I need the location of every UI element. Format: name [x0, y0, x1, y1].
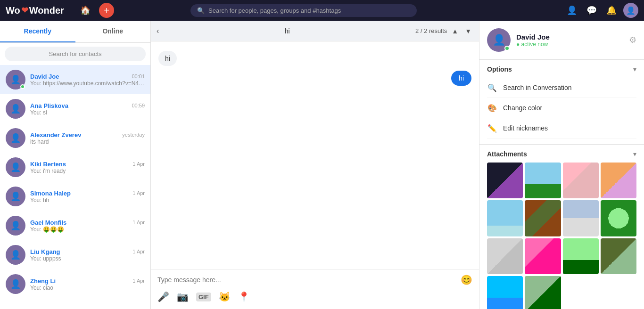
- contact-info: Simona Halep 1 Apr You: hh: [30, 190, 145, 203]
- gif-button[interactable]: GIF: [196, 293, 211, 301]
- attachments-title: Attachments: [487, 150, 527, 158]
- message-right: hi: [451, 71, 471, 86]
- emoji-button[interactable]: 😊: [461, 274, 472, 285]
- contact-name-row: David Joe 00:01: [30, 73, 145, 80]
- attachment-thumb-11[interactable]: [563, 238, 599, 274]
- attachment-thumb-3[interactable]: [563, 163, 599, 198]
- attachment-thumb-12[interactable]: [601, 238, 636, 274]
- right-panel-avatar: 👤: [487, 28, 511, 52]
- contact-preview: You: upppss: [30, 255, 145, 262]
- notifications-icon[interactable]: 🔔: [603, 2, 619, 18]
- contact-avatar: 👤: [6, 245, 25, 265]
- user-avatar-nav[interactable]: 👤: [623, 3, 638, 18]
- options-header: Options ▾: [487, 65, 636, 73]
- online-indicator: [504, 46, 510, 51]
- people-icon[interactable]: 👤: [564, 2, 580, 18]
- contact-avatar: 👤: [6, 216, 25, 236]
- sticker-icon[interactable]: 🐱: [219, 291, 231, 302]
- nav-right-icons: 👤 💬 🔔 👤: [564, 2, 638, 18]
- attachment-thumb-14[interactable]: [525, 276, 561, 309]
- edit-nicknames-icon: ✏️: [487, 123, 497, 133]
- option-change-color-label: Change color: [503, 104, 542, 112]
- attachment-thumb-6[interactable]: [525, 200, 561, 236]
- tab-recently[interactable]: Recently: [0, 21, 75, 42]
- attachments-grid: [487, 163, 636, 309]
- attachment-thumb-13[interactable]: [487, 276, 523, 309]
- contact-name-row: Ana Pliskova 00:59: [30, 102, 145, 109]
- options-title: Options: [487, 65, 512, 73]
- contact-item[interactable]: 👤 Zheng Li 1 Apr You: ciao: [0, 269, 150, 299]
- close-search-button[interactable]: ‹: [157, 27, 159, 35]
- contact-list: 👤 David Joe 00:01 You: https://www.youtu…: [0, 65, 150, 309]
- chat-messages: hi hi: [151, 41, 479, 269]
- top-navigation: Wo❤Wonder 🏠 + 🔍 Search for people, pages…: [0, 0, 644, 21]
- attachment-thumb-2[interactable]: [525, 163, 561, 198]
- attachment-thumb-1[interactable]: [487, 163, 523, 198]
- right-user-info: David Joe ● active now: [516, 33, 623, 48]
- contact-name-row: Zheng Li 1 Apr: [30, 277, 145, 285]
- chat-search-bar: ‹ hi 2 / 2 results ▲ ▼: [151, 21, 479, 41]
- option-search-label: Search in Conversation: [503, 84, 572, 91]
- contact-time: 00:59: [132, 103, 145, 108]
- options-section: Options ▾ 🔍 Search in Conversation 🎨 Cha…: [479, 60, 644, 144]
- contact-avatar: 👤: [6, 70, 25, 89]
- contact-info: Gael Monfils 1 Apr You: 🤑🤑🤑: [30, 219, 145, 233]
- option-search-conversation[interactable]: 🔍 Search in Conversation: [487, 78, 636, 98]
- option-edit-nicknames-label: Edit nicknames: [503, 124, 548, 132]
- location-icon[interactable]: 📍: [238, 291, 250, 302]
- attachment-thumb-4[interactable]: [601, 163, 636, 198]
- contact-avatar: 👤: [6, 157, 25, 177]
- contact-item[interactable]: 👤 Simona Halep 1 Apr You: hh: [0, 182, 150, 211]
- contact-preview: You: hh: [30, 197, 145, 203]
- search-prev-button[interactable]: ▲: [450, 26, 460, 36]
- attachment-thumb-10[interactable]: [525, 238, 561, 274]
- attachments-chevron-icon[interactable]: ▾: [633, 150, 636, 158]
- camera-icon[interactable]: 📷: [177, 291, 189, 302]
- contact-name: Gael Monfils: [30, 219, 66, 226]
- chat-input-area: 😊 🎤 📷 GIF 🐱 📍: [151, 269, 479, 309]
- option-edit-nicknames[interactable]: ✏️ Edit nicknames: [487, 118, 636, 138]
- contact-time: 1 Apr: [132, 249, 145, 254]
- global-search-bar[interactable]: 🔍 Search for people, pages, groups and #…: [190, 4, 417, 17]
- settings-icon[interactable]: ⚙: [629, 35, 636, 45]
- right-panel: 👤 David Joe ● active now ⚙ Options ▾ 🔍 S…: [479, 21, 644, 309]
- contact-info: Kiki Bertens 1 Apr You: i'm ready: [30, 161, 145, 174]
- microphone-icon[interactable]: 🎤: [157, 291, 169, 302]
- search-results-count: 2 / 2 results: [415, 27, 447, 34]
- search-contacts-input[interactable]: Search for contacts: [5, 47, 146, 61]
- add-button[interactable]: +: [99, 3, 114, 18]
- right-user-name: David Joe: [516, 33, 623, 41]
- contact-preview: You: ciao: [30, 285, 145, 291]
- attachments-section: Attachments ▾: [479, 144, 644, 309]
- contact-time: 1 Apr: [132, 278, 145, 284]
- contact-time: 1 Apr: [132, 161, 145, 167]
- home-icon[interactable]: 🏠: [77, 2, 93, 18]
- contact-preview: You: 🤑🤑🤑: [30, 226, 145, 233]
- contact-item[interactable]: 👤 Ana Pliskova 00:59 You: si: [0, 94, 150, 123]
- contact-name-row: Kiki Bertens 1 Apr: [30, 161, 145, 168]
- search-next-button[interactable]: ▼: [463, 26, 473, 36]
- tab-online[interactable]: Online: [75, 21, 151, 42]
- chat-search-input[interactable]: hi: [164, 27, 411, 35]
- contact-item[interactable]: 👤 Liu Kgang 1 Apr You: upppss: [0, 240, 150, 269]
- attachment-thumb-8[interactable]: [601, 200, 636, 236]
- contact-time: 00:01: [132, 73, 145, 79]
- contact-avatar: 👤: [6, 274, 25, 294]
- attachment-thumb-5[interactable]: [487, 200, 523, 236]
- message-input[interactable]: [157, 276, 461, 284]
- contact-item[interactable]: 👤 Gael Monfils 1 Apr You: 🤑🤑🤑: [0, 211, 150, 240]
- contact-item[interactable]: 👤 David Joe 00:01 You: https://www.youtu…: [0, 65, 150, 94]
- attachment-thumb-7[interactable]: [563, 200, 599, 236]
- contact-avatar: 👤: [6, 128, 25, 148]
- messages-icon[interactable]: 💬: [584, 2, 600, 18]
- chat-area: ‹ hi 2 / 2 results ▲ ▼ hi hi 😊 🎤 📷 GIF 🐱: [151, 21, 479, 309]
- contact-item[interactable]: 👤 Kiki Bertens 1 Apr You: i'm ready: [0, 153, 150, 182]
- contact-name: David Joe: [30, 73, 59, 80]
- contact-info: Zheng Li 1 Apr You: ciao: [30, 277, 145, 291]
- attachment-thumb-9[interactable]: [487, 238, 523, 274]
- sidebar: Recently Online Search for contacts 👤 Da…: [0, 21, 151, 309]
- options-chevron-icon[interactable]: ▾: [633, 65, 636, 73]
- contact-info: Alexander Zverev yesterday its hard: [30, 131, 145, 145]
- contact-item[interactable]: 👤 Alexander Zverev yesterday its hard: [0, 123, 150, 153]
- option-change-color[interactable]: 🎨 Change color: [487, 98, 636, 118]
